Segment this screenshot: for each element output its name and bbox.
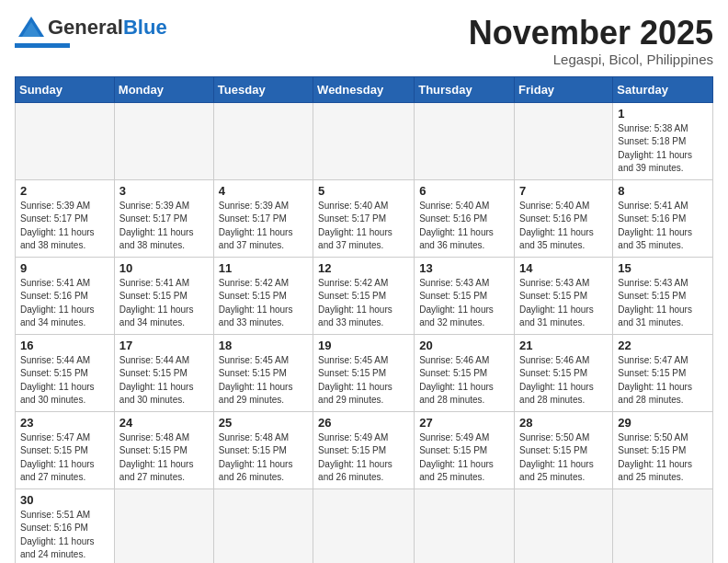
calendar-cell: 17Sunrise: 5:44 AMSunset: 5:15 PMDayligh… (114, 334, 213, 411)
calendar-cell (313, 488, 415, 563)
calendar-cell: 8Sunrise: 5:41 AMSunset: 5:16 PMDaylight… (613, 179, 713, 257)
weekday-header-friday: Friday (515, 76, 613, 102)
calendar-cell: 27Sunrise: 5:49 AMSunset: 5:15 PMDayligh… (415, 411, 515, 488)
day-number: 19 (318, 339, 409, 352)
day-info: Sunrise: 5:39 AMSunset: 5:17 PMDaylight:… (119, 200, 209, 253)
calendar-week-2: 2Sunrise: 5:39 AMSunset: 5:17 PMDaylight… (16, 179, 713, 257)
calendar-cell: 3Sunrise: 5:39 AMSunset: 5:17 PMDaylight… (114, 179, 213, 257)
day-number: 1 (618, 107, 708, 121)
day-number: 15 (618, 261, 708, 275)
day-number: 25 (219, 416, 308, 430)
calendar-week-3: 9Sunrise: 5:41 AMSunset: 5:16 PMDaylight… (16, 257, 713, 334)
day-info: Sunrise: 5:42 AMSunset: 5:15 PMDaylight:… (219, 277, 308, 330)
day-number: 3 (119, 184, 209, 198)
day-info: Sunrise: 5:40 AMSunset: 5:16 PMDaylight:… (419, 200, 509, 253)
calendar-cell: 28Sunrise: 5:50 AMSunset: 5:15 PMDayligh… (515, 411, 613, 488)
day-number: 11 (219, 261, 308, 275)
day-info: Sunrise: 5:46 AMSunset: 5:15 PMDaylight:… (419, 354, 509, 408)
calendar-cell: 9Sunrise: 5:41 AMSunset: 5:16 PMDaylight… (16, 257, 115, 334)
calendar-cell: 4Sunrise: 5:39 AMSunset: 5:17 PMDaylight… (213, 179, 313, 257)
day-number: 4 (219, 184, 308, 198)
calendar-cell: 15Sunrise: 5:43 AMSunset: 5:15 PMDayligh… (613, 257, 713, 334)
day-info: Sunrise: 5:43 AMSunset: 5:15 PMDaylight:… (618, 277, 708, 330)
day-info: Sunrise: 5:39 AMSunset: 5:17 PMDaylight:… (219, 200, 308, 253)
calendar-week-4: 16Sunrise: 5:44 AMSunset: 5:15 PMDayligh… (16, 334, 713, 411)
day-number: 5 (318, 184, 409, 198)
logo-text: GeneralBlue (48, 16, 167, 40)
weekday-header-sunday: Sunday (16, 76, 115, 102)
calendar-cell (613, 488, 713, 563)
day-info: Sunrise: 5:40 AMSunset: 5:17 PMDaylight:… (318, 200, 409, 253)
weekday-header-wednesday: Wednesday (313, 76, 415, 102)
day-info: Sunrise: 5:50 AMSunset: 5:15 PMDaylight:… (519, 431, 608, 485)
day-info: Sunrise: 5:41 AMSunset: 5:16 PMDaylight:… (618, 200, 708, 253)
day-number: 16 (20, 339, 109, 352)
day-number: 2 (20, 184, 109, 198)
day-info: Sunrise: 5:49 AMSunset: 5:15 PMDaylight:… (419, 431, 509, 485)
calendar-cell: 2Sunrise: 5:39 AMSunset: 5:17 PMDaylight… (16, 179, 115, 257)
calendar-cell (313, 102, 415, 179)
logo: GeneralBlue (15, 15, 167, 48)
day-info: Sunrise: 5:46 AMSunset: 5:15 PMDaylight:… (519, 354, 608, 408)
calendar-cell (415, 488, 515, 563)
day-number: 8 (618, 184, 708, 198)
day-info: Sunrise: 5:48 AMSunset: 5:15 PMDaylight:… (119, 431, 209, 485)
calendar-cell (515, 102, 613, 179)
calendar-week-1: 1Sunrise: 5:38 AMSunset: 5:18 PMDaylight… (16, 102, 713, 179)
calendar-cell: 12Sunrise: 5:42 AMSunset: 5:15 PMDayligh… (313, 257, 415, 334)
calendar-cell (114, 488, 213, 563)
weekday-header-row: SundayMondayTuesdayWednesdayThursdayFrid… (16, 76, 713, 102)
calendar-cell: 6Sunrise: 5:40 AMSunset: 5:16 PMDaylight… (415, 179, 515, 257)
day-info: Sunrise: 5:39 AMSunset: 5:17 PMDaylight:… (20, 200, 109, 253)
calendar-cell: 21Sunrise: 5:46 AMSunset: 5:15 PMDayligh… (515, 334, 613, 411)
day-number: 26 (318, 416, 409, 430)
day-info: Sunrise: 5:43 AMSunset: 5:15 PMDaylight:… (419, 277, 509, 330)
day-number: 12 (318, 261, 409, 275)
day-number: 28 (519, 416, 608, 430)
calendar-cell: 20Sunrise: 5:46 AMSunset: 5:15 PMDayligh… (415, 334, 515, 411)
calendar-cell: 23Sunrise: 5:47 AMSunset: 5:15 PMDayligh… (16, 411, 115, 488)
day-info: Sunrise: 5:44 AMSunset: 5:15 PMDaylight:… (20, 354, 109, 408)
day-number: 7 (519, 184, 608, 198)
day-info: Sunrise: 5:50 AMSunset: 5:15 PMDaylight:… (618, 431, 708, 485)
title-block: November 2025 Legaspi, Bicol, Philippine… (469, 15, 713, 67)
calendar-cell: 29Sunrise: 5:50 AMSunset: 5:15 PMDayligh… (613, 411, 713, 488)
day-number: 18 (219, 339, 308, 352)
weekday-header-monday: Monday (114, 76, 213, 102)
day-info: Sunrise: 5:48 AMSunset: 5:15 PMDaylight:… (219, 431, 308, 485)
day-info: Sunrise: 5:51 AMSunset: 5:16 PMDaylight:… (20, 509, 109, 562)
calendar-week-5: 23Sunrise: 5:47 AMSunset: 5:15 PMDayligh… (16, 411, 713, 488)
calendar-cell: 26Sunrise: 5:49 AMSunset: 5:15 PMDayligh… (313, 411, 415, 488)
month-title: November 2025 (469, 15, 713, 52)
day-info: Sunrise: 5:42 AMSunset: 5:15 PMDaylight:… (318, 277, 409, 330)
weekday-header-saturday: Saturday (613, 76, 713, 102)
day-info: Sunrise: 5:44 AMSunset: 5:15 PMDaylight:… (119, 354, 209, 408)
calendar-cell (114, 102, 213, 179)
day-number: 22 (618, 339, 708, 352)
day-number: 10 (119, 261, 209, 275)
calendar-cell: 7Sunrise: 5:40 AMSunset: 5:16 PMDaylight… (515, 179, 613, 257)
calendar-cell: 16Sunrise: 5:44 AMSunset: 5:15 PMDayligh… (16, 334, 115, 411)
day-info: Sunrise: 5:49 AMSunset: 5:15 PMDaylight:… (318, 431, 409, 485)
day-number: 13 (419, 261, 509, 275)
day-info: Sunrise: 5:41 AMSunset: 5:16 PMDaylight:… (20, 277, 109, 330)
logo-bar (15, 43, 70, 48)
weekday-header-thursday: Thursday (415, 76, 515, 102)
day-info: Sunrise: 5:43 AMSunset: 5:15 PMDaylight:… (519, 277, 608, 330)
weekday-header-tuesday: Tuesday (213, 76, 313, 102)
calendar-cell: 11Sunrise: 5:42 AMSunset: 5:15 PMDayligh… (213, 257, 313, 334)
calendar-cell: 10Sunrise: 5:41 AMSunset: 5:15 PMDayligh… (114, 257, 213, 334)
calendar-cell: 22Sunrise: 5:47 AMSunset: 5:15 PMDayligh… (613, 334, 713, 411)
calendar-cell (515, 488, 613, 563)
day-number: 29 (618, 416, 708, 430)
calendar-cell: 19Sunrise: 5:45 AMSunset: 5:15 PMDayligh… (313, 334, 415, 411)
calendar-cell: 25Sunrise: 5:48 AMSunset: 5:15 PMDayligh… (213, 411, 313, 488)
day-number: 17 (119, 339, 209, 352)
day-info: Sunrise: 5:45 AMSunset: 5:15 PMDaylight:… (219, 354, 308, 408)
calendar-cell: 14Sunrise: 5:43 AMSunset: 5:15 PMDayligh… (515, 257, 613, 334)
day-info: Sunrise: 5:38 AMSunset: 5:18 PMDaylight:… (618, 122, 708, 176)
calendar-cell: 1Sunrise: 5:38 AMSunset: 5:18 PMDaylight… (613, 102, 713, 179)
calendar-cell (213, 488, 313, 563)
page-header: GeneralBlue November 2025 Legaspi, Bicol… (15, 15, 713, 67)
day-number: 14 (519, 261, 608, 275)
